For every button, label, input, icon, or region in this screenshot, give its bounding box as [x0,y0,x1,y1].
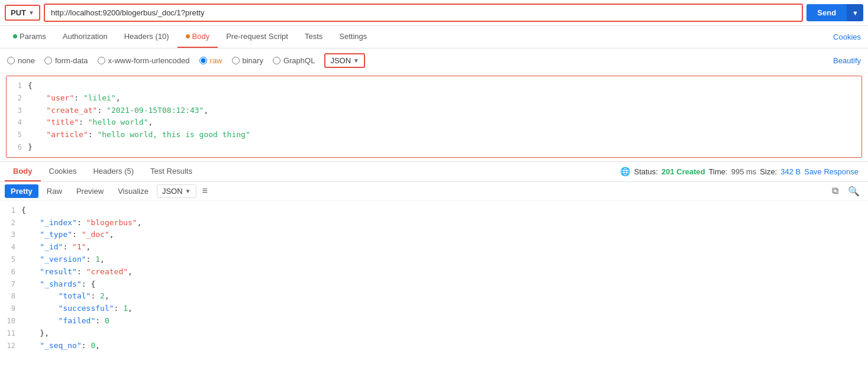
tab-tests[interactable]: Tests [296,26,331,48]
body-options-bar: none form-data x-www-form-urlencoded raw… [0,48,868,73]
tab-body[interactable]: Body [178,26,218,48]
resp-line-2: 2 "_index": "blogerbus", [0,217,868,229]
radio-none[interactable]: none [7,56,35,65]
tab-headers[interactable]: Headers (10) [116,26,178,48]
response-json-chevron-icon: ▼ [185,188,191,194]
request-tab-bar: Params Authorization Headers (10) Body P… [0,26,868,48]
req-line-1: 1 { [7,80,861,92]
size-value: 342 B [780,167,801,176]
resp-line-8: 8 "total": 2, [0,290,868,303]
top-bar: PUT ▼ Send ▼ [0,0,868,26]
body-dot [186,34,190,38]
save-response-button[interactable]: Save Response [804,167,859,176]
req-line-6: 6 } [7,141,861,154]
view-tab-visualize[interactable]: Visualize [112,184,154,198]
copy-icon-button[interactable]: ⧉ [828,184,842,197]
resp-line-12: 12 "_seq_no": 0, [0,340,868,352]
resp-line-13: 13 "_primary_term": 1 [0,352,868,353]
search-icon-button[interactable]: 🔍 [844,184,863,198]
method-label: PUT [11,8,26,17]
status-value: 201 Created [662,167,705,176]
globe-icon: 🌐 [620,167,630,176]
resp-line-10: 10 "failed": 0 [0,315,868,327]
params-dot [13,34,17,38]
beautify-button[interactable]: Beautify [833,56,861,65]
response-tab-cookies[interactable]: Cookies [41,162,85,181]
send-group: Send ▼ [806,4,863,21]
radio-raw[interactable]: raw [199,56,222,65]
response-tab-test-results[interactable]: Test Results [142,162,201,181]
response-tab-body[interactable]: Body [5,162,41,181]
view-tab-raw[interactable]: Raw [41,184,68,198]
cookies-link[interactable]: Cookies [831,27,863,47]
tab-pre-request[interactable]: Pre-request Script [218,26,296,48]
radio-urlencoded[interactable]: x-www-form-urlencoded [98,56,190,65]
radio-binary[interactable]: binary [232,56,263,65]
json-chevron-icon: ▼ [353,57,359,64]
method-select[interactable]: PUT ▼ [5,5,40,21]
req-line-5: 5 "article": "hello world, this is good … [7,129,861,141]
view-tab-preview[interactable]: Preview [70,184,109,198]
view-tab-pretty[interactable]: Pretty [5,184,38,198]
radio-form-data[interactable]: form-data [44,56,88,65]
tab-params[interactable]: Params [5,26,54,48]
method-chevron-icon: ▼ [28,9,34,16]
send-button[interactable]: Send [806,4,847,21]
req-line-4: 4 "title": "hello world", [7,116,861,129]
response-body[interactable]: 1 { 2 "_index": "blogerbus", 3 "_type": … [0,201,868,353]
tab-authorization[interactable]: Authorization [54,26,116,48]
response-view-bar: Pretty Raw Preview Visualize JSON ▼ ≡ ⧉ … [0,182,868,201]
status-info: 🌐 Status: 201 Created Time: 995 ms Size:… [615,167,863,176]
resp-line-11: 11 }, [0,327,868,340]
resp-line-5: 5 "_version": 1, [0,254,868,266]
resp-line-6: 6 "result": "created", [0,266,868,278]
status-label: Status: [634,167,657,176]
size-label: Size: [760,167,777,176]
response-tab-headers[interactable]: Headers (5) [85,162,142,181]
response-tab-bar: Body Cookies Headers (5) Test Results 🌐 … [0,162,868,182]
resp-line-4: 4 "_id": "1", [0,241,868,254]
radio-graphql[interactable]: GraphQL [273,56,315,65]
resp-line-3: 3 "_type": "_doc", [0,229,868,241]
time-label: Time: [709,167,728,176]
url-input[interactable] [44,4,803,22]
tab-settings[interactable]: Settings [331,26,375,48]
resp-line-1: 1 { [0,204,868,217]
req-line-2: 2 "user": "lilei", [7,92,861,105]
filter-icon-button[interactable]: ≡ [199,184,211,197]
request-body-editor: 1 { 2 "user": "lilei", 3 "create_at": "2… [6,76,862,158]
resp-line-9: 9 "successful": 1, [0,303,868,315]
code-editor-request[interactable]: 1 { 2 "user": "lilei", 3 "create_at": "2… [7,76,861,157]
time-value: 995 ms [731,167,757,176]
resp-line-7: 7 "_shards": { [0,278,868,291]
send-dropdown-button[interactable]: ▼ [847,4,863,21]
response-json-format-select[interactable]: JSON ▼ [157,184,196,198]
response-code-editor: 1 { 2 "_index": "blogerbus", 3 "_type": … [0,201,868,353]
json-format-select[interactable]: JSON ▼ [324,53,365,68]
req-line-3: 3 "create_at": "2021-09-15T08:12:43", [7,105,861,117]
